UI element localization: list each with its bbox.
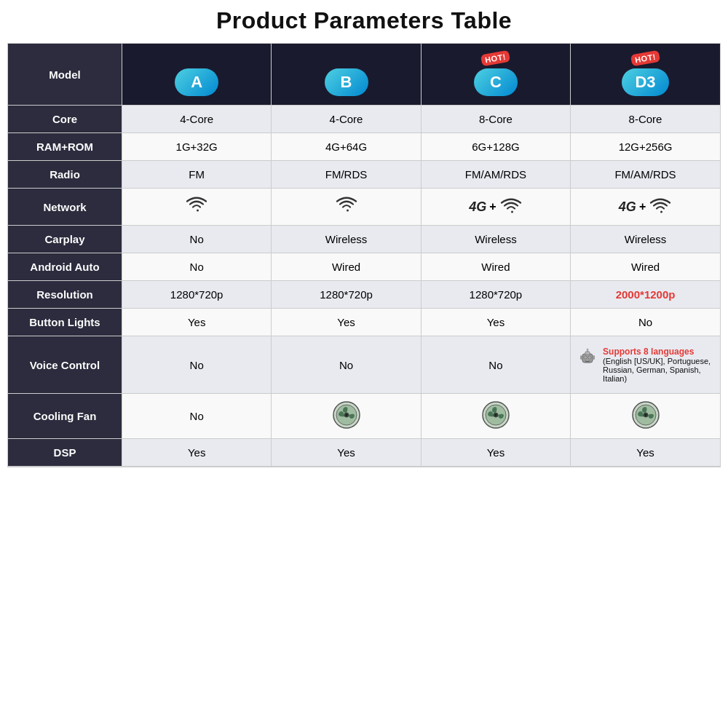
wifi-icon-small: [499, 197, 523, 217]
svg-point-17: [494, 414, 497, 416]
label-model: Model: [8, 44, 122, 106]
label-radio: Radio: [8, 161, 122, 189]
model-badge-B: B: [325, 68, 368, 96]
label-android_auto: Android Auto: [8, 253, 122, 281]
cell-android_auto-2: Wired: [421, 253, 570, 281]
resolution-cell-2: 1280*720p: [421, 281, 570, 309]
network-cell-1: [272, 189, 421, 226]
resolution-cell-1: 1280*720p: [272, 281, 421, 309]
table-wrapper: Model A B HOT! C HOT! D3 Core4-Core4-Cor…: [7, 43, 721, 467]
network-4g-wifi: 4G +: [424, 197, 567, 217]
model-badge-C: C: [474, 68, 518, 96]
svg-point-7: [589, 357, 590, 358]
table-row-core: Core4-Core4-Core8-Core8-Core: [8, 106, 720, 133]
cell-radio-1: FM/RDS: [272, 161, 421, 189]
model-cell-B: B: [272, 44, 421, 106]
table-row-carplay: CarplayNoWirelessWirelessWireless: [8, 226, 720, 253]
network-cell-2: 4G +: [421, 189, 570, 226]
voice-cell-3: Supports 8 languages (English [US/UK], P…: [571, 336, 720, 394]
cell-dsp-3: Yes: [571, 439, 720, 467]
voice-supports: Supports 8 languages: [603, 347, 694, 357]
model-cell-A: A: [122, 44, 271, 106]
fan-icon: [482, 419, 510, 431]
cell-core-0: 4-Core: [122, 106, 271, 133]
label-resolution: Resolution: [8, 281, 122, 309]
svg-rect-8: [580, 355, 582, 360]
table-row-button_lights: Button LightsYesYesYesNo: [8, 309, 720, 336]
svg-rect-9: [593, 355, 595, 360]
cell-button_lights-1: Yes: [272, 309, 421, 336]
table-row-android_auto: Android AutoNoWiredWiredWired: [8, 253, 720, 281]
table-row-voice_control: Voice ControlNoNoNo Supports 8 languages…: [8, 336, 720, 394]
table-row-cooling_fan: Cooling FanNo: [8, 394, 720, 439]
model-cell-C: HOT! C: [421, 44, 570, 106]
cell-ramrom-1: 4G+64G: [272, 133, 421, 161]
cell-carplay-1: Wireless: [272, 226, 421, 253]
cell-radio-0: FM: [122, 161, 271, 189]
svg-rect-1: [585, 352, 590, 355]
model-wrapper-D3: HOT! D3: [574, 52, 717, 96]
cell-radio-3: FM/AM/RDS: [571, 161, 720, 189]
cell-radio-2: FM/AM/RDS: [421, 161, 570, 189]
label-dsp: DSP: [8, 439, 122, 467]
page-wrapper: Product Parameters Table Model A B HOT! …: [0, 0, 728, 475]
wifi-icon: [335, 199, 358, 217]
model-wrapper-A: A: [125, 52, 268, 96]
fan-cell-0: No: [122, 394, 271, 439]
cell-android_auto-0: No: [122, 253, 271, 281]
params-table: Model A B HOT! C HOT! D3 Core4-Core4-Cor…: [8, 44, 720, 467]
model-wrapper-B: B: [274, 52, 417, 96]
4g-text: 4G: [619, 199, 636, 215]
label-ramrom: RAM+ROM: [8, 133, 122, 161]
resolution-value-red: 2000*1200p: [616, 288, 676, 301]
voice-text: Supports 8 languages (English [US/UK], P…: [603, 347, 714, 383]
cell-dsp-1: Yes: [272, 439, 421, 467]
fan-cell-3: [571, 394, 720, 439]
table-row-model: Model A B HOT! C HOT! D3: [8, 44, 720, 106]
voice-cell-0: No: [122, 336, 271, 394]
cell-android_auto-1: Wired: [272, 253, 421, 281]
4g-text: 4G: [469, 199, 486, 215]
cell-ramrom-2: 6G+128G: [421, 133, 570, 161]
plus-sign: +: [489, 200, 496, 213]
svg-point-13: [345, 414, 348, 416]
cell-carplay-2: Wireless: [421, 226, 570, 253]
svg-point-3: [587, 349, 589, 351]
cell-dsp-2: Yes: [421, 439, 570, 467]
model-wrapper-C: HOT! C: [424, 52, 567, 96]
cell-core-1: 4-Core: [272, 106, 421, 133]
plus-sign: +: [639, 200, 646, 213]
label-button_lights: Button Lights: [8, 309, 122, 336]
page-title: Product Parameters Table: [7, 7, 721, 34]
voice-languages: (English [US/UK], Portuguese, Russian, G…: [603, 357, 711, 383]
cell-android_auto-3: Wired: [571, 253, 720, 281]
cell-button_lights-3: No: [571, 309, 720, 336]
wifi-icon: [185, 199, 208, 217]
label-voice_control: Voice Control: [8, 336, 122, 394]
resolution-cell-0: 1280*720p: [122, 281, 271, 309]
network-cell-3: 4G +: [571, 189, 720, 226]
cell-dsp-0: Yes: [122, 439, 271, 467]
cell-ramrom-3: 12G+256G: [571, 133, 720, 161]
robot-icon: [577, 347, 598, 373]
voice-cell-2: No: [421, 336, 570, 394]
label-cooling_fan: Cooling Fan: [8, 394, 122, 439]
fan-cell-1: [272, 394, 421, 439]
cell-button_lights-2: Yes: [421, 309, 570, 336]
label-core: Core: [8, 106, 122, 133]
cell-carplay-3: Wireless: [571, 226, 720, 253]
hot-badge-D3: HOT!: [630, 50, 660, 67]
voice-special-cell: Supports 8 languages (English [US/UK], P…: [574, 344, 717, 386]
model-cell-D3: HOT! D3: [571, 44, 720, 106]
voice-cell-1: No: [272, 336, 421, 394]
svg-point-21: [644, 414, 647, 416]
network-cell-0: [122, 189, 271, 226]
cell-ramrom-0: 1G+32G: [122, 133, 271, 161]
wifi-icon-small: [649, 197, 672, 217]
network-4g-wifi: 4G +: [574, 197, 717, 217]
cell-button_lights-0: Yes: [122, 309, 271, 336]
table-row-radio: RadioFMFM/RDSFM/AM/RDSFM/AM/RDS: [8, 161, 720, 189]
table-row-network: Network 4G + 4G +: [8, 189, 720, 226]
fan-icon: [333, 419, 360, 431]
fan-cell-2: [421, 394, 570, 439]
